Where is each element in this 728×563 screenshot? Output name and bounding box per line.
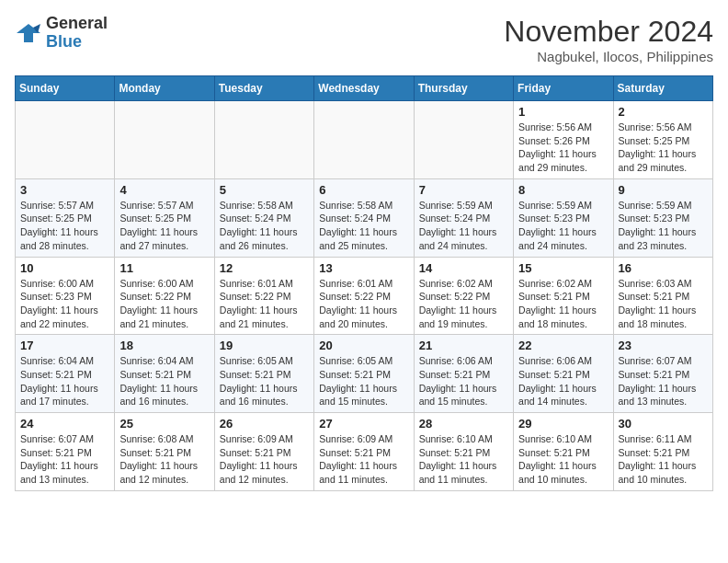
calendar-cell: 17Sunrise: 6:04 AM Sunset: 5:21 PM Dayli…: [16, 335, 115, 413]
day-info: Sunrise: 6:02 AM Sunset: 5:22 PM Dayligh…: [419, 277, 508, 331]
day-number: 18: [119, 339, 209, 352]
calendar-cell: 7Sunrise: 5:59 AM Sunset: 5:24 PM Daylig…: [414, 178, 513, 257]
day-number: 28: [419, 417, 508, 431]
month-title: November 2024: [504, 15, 713, 49]
day-number: 26: [220, 417, 309, 431]
calendar-cell: 26Sunrise: 6:09 AM Sunset: 5:21 PM Dayli…: [214, 413, 313, 491]
calendar-cell: 21Sunrise: 6:06 AM Sunset: 5:21 PM Dayli…: [414, 335, 513, 413]
calendar-cell: 23Sunrise: 6:07 AM Sunset: 5:21 PM Dayli…: [613, 335, 712, 413]
logo-text: General Blue: [46, 15, 108, 52]
weekday-header-monday: Monday: [115, 76, 214, 101]
calendar-cell: 9Sunrise: 5:59 AM Sunset: 5:23 PM Daylig…: [613, 178, 712, 257]
day-number: 9: [619, 183, 708, 197]
day-number: 7: [419, 183, 508, 197]
day-info: Sunrise: 6:00 AM Sunset: 5:22 PM Dayligh…: [119, 277, 209, 331]
day-info: Sunrise: 6:00 AM Sunset: 5:23 PM Dayligh…: [20, 277, 109, 331]
calendar-cell: 22Sunrise: 6:06 AM Sunset: 5:21 PM Dayli…: [514, 335, 613, 413]
day-number: 22: [518, 339, 608, 352]
calendar-cell: 2Sunrise: 5:56 AM Sunset: 5:25 PM Daylig…: [613, 101, 712, 179]
weekday-header-thursday: Thursday: [414, 76, 513, 101]
calendar-cell: 3Sunrise: 5:57 AM Sunset: 5:25 PM Daylig…: [16, 178, 115, 257]
day-number: 14: [419, 261, 508, 275]
day-number: 8: [518, 183, 608, 197]
day-number: 5: [220, 183, 309, 197]
day-info: Sunrise: 6:10 AM Sunset: 5:21 PM Dayligh…: [518, 432, 608, 487]
day-number: 27: [319, 417, 408, 431]
day-info: Sunrise: 6:05 AM Sunset: 5:21 PM Dayligh…: [319, 354, 408, 408]
calendar-cell: 6Sunrise: 5:58 AM Sunset: 5:24 PM Daylig…: [314, 178, 414, 257]
day-number: 24: [20, 417, 109, 431]
calendar-table: SundayMondayTuesdayWednesdayThursdayFrid…: [15, 75, 713, 491]
day-number: 19: [220, 339, 309, 352]
title-section: November 2024 Nagbukel, Ilocos, Philippi…: [504, 15, 713, 64]
logo-general-text: General: [46, 15, 108, 33]
day-number: 16: [619, 261, 708, 275]
calendar-cell: 4Sunrise: 5:57 AM Sunset: 5:25 PM Daylig…: [115, 178, 214, 257]
day-info: Sunrise: 5:56 AM Sunset: 5:25 PM Dayligh…: [619, 121, 708, 175]
day-number: 6: [319, 183, 408, 197]
calendar-cell: [214, 101, 313, 179]
weekday-header-tuesday: Tuesday: [214, 76, 313, 101]
calendar-cell: 10Sunrise: 6:00 AM Sunset: 5:23 PM Dayli…: [16, 257, 115, 335]
day-info: Sunrise: 5:59 AM Sunset: 5:24 PM Dayligh…: [419, 199, 508, 253]
day-number: 1: [518, 105, 608, 119]
day-number: 17: [20, 339, 109, 352]
calendar-cell: 15Sunrise: 6:02 AM Sunset: 5:21 PM Dayli…: [514, 257, 613, 335]
day-info: Sunrise: 5:56 AM Sunset: 5:26 PM Dayligh…: [518, 121, 608, 175]
weekday-header-friday: Friday: [514, 76, 613, 101]
day-number: 11: [119, 261, 209, 275]
calendar-cell: 12Sunrise: 6:01 AM Sunset: 5:22 PM Dayli…: [214, 257, 313, 335]
calendar-cell: 18Sunrise: 6:04 AM Sunset: 5:21 PM Dayli…: [115, 335, 214, 413]
day-info: Sunrise: 6:09 AM Sunset: 5:21 PM Dayligh…: [220, 432, 309, 487]
day-number: 30: [619, 417, 708, 431]
calendar-week-row: 17Sunrise: 6:04 AM Sunset: 5:21 PM Dayli…: [16, 335, 713, 413]
day-info: Sunrise: 6:11 AM Sunset: 5:21 PM Dayligh…: [619, 432, 708, 487]
day-info: Sunrise: 6:06 AM Sunset: 5:21 PM Dayligh…: [518, 354, 608, 408]
calendar-cell: 1Sunrise: 5:56 AM Sunset: 5:26 PM Daylig…: [514, 101, 613, 179]
logo-bird-icon: [15, 20, 42, 46]
day-number: 29: [518, 417, 608, 431]
calendar-cell: 13Sunrise: 6:01 AM Sunset: 5:22 PM Dayli…: [314, 257, 414, 335]
calendar-week-row: 1Sunrise: 5:56 AM Sunset: 5:26 PM Daylig…: [16, 101, 713, 179]
day-info: Sunrise: 6:09 AM Sunset: 5:21 PM Dayligh…: [319, 432, 408, 487]
calendar-cell: 27Sunrise: 6:09 AM Sunset: 5:21 PM Dayli…: [314, 413, 414, 491]
day-number: 23: [619, 339, 708, 352]
calendar-cell: 19Sunrise: 6:05 AM Sunset: 5:21 PM Dayli…: [214, 335, 313, 413]
day-info: Sunrise: 6:05 AM Sunset: 5:21 PM Dayligh…: [220, 354, 309, 408]
day-info: Sunrise: 6:03 AM Sunset: 5:21 PM Dayligh…: [619, 277, 708, 331]
calendar-cell: [115, 101, 214, 179]
calendar-cell: 25Sunrise: 6:08 AM Sunset: 5:21 PM Dayli…: [115, 413, 214, 491]
calendar-cell: [16, 101, 115, 179]
day-number: 10: [20, 261, 109, 275]
day-number: 12: [220, 261, 309, 275]
day-info: Sunrise: 5:58 AM Sunset: 5:24 PM Dayligh…: [220, 199, 309, 253]
day-number: 13: [319, 261, 408, 275]
logo: General Blue: [15, 15, 108, 52]
location-text: Nagbukel, Ilocos, Philippines: [504, 49, 713, 64]
day-info: Sunrise: 5:57 AM Sunset: 5:25 PM Dayligh…: [20, 199, 109, 253]
weekday-header-wednesday: Wednesday: [314, 76, 414, 101]
day-info: Sunrise: 6:10 AM Sunset: 5:21 PM Dayligh…: [419, 432, 508, 487]
page-header: General Blue November 2024 Nagbukel, Ilo…: [15, 15, 713, 64]
calendar-cell: 24Sunrise: 6:07 AM Sunset: 5:21 PM Dayli…: [16, 413, 115, 491]
day-info: Sunrise: 5:59 AM Sunset: 5:23 PM Dayligh…: [518, 199, 608, 253]
day-info: Sunrise: 6:04 AM Sunset: 5:21 PM Dayligh…: [119, 354, 209, 408]
day-info: Sunrise: 6:08 AM Sunset: 5:21 PM Dayligh…: [119, 432, 209, 487]
day-number: 20: [319, 339, 408, 352]
logo-blue-text: Blue: [46, 33, 108, 52]
calendar-cell: 28Sunrise: 6:10 AM Sunset: 5:21 PM Dayli…: [414, 413, 513, 491]
day-number: 4: [119, 183, 209, 197]
day-number: 2: [619, 105, 708, 119]
day-number: 25: [119, 417, 209, 431]
day-number: 15: [518, 261, 608, 275]
day-info: Sunrise: 6:07 AM Sunset: 5:21 PM Dayligh…: [20, 432, 109, 487]
day-info: Sunrise: 5:58 AM Sunset: 5:24 PM Dayligh…: [319, 199, 408, 253]
day-info: Sunrise: 6:07 AM Sunset: 5:21 PM Dayligh…: [619, 354, 708, 408]
weekday-header-row: SundayMondayTuesdayWednesdayThursdayFrid…: [16, 76, 713, 101]
calendar-cell: 14Sunrise: 6:02 AM Sunset: 5:22 PM Dayli…: [414, 257, 513, 335]
day-info: Sunrise: 6:01 AM Sunset: 5:22 PM Dayligh…: [220, 277, 309, 331]
calendar-cell: 8Sunrise: 5:59 AM Sunset: 5:23 PM Daylig…: [514, 178, 613, 257]
calendar-cell: [414, 101, 513, 179]
weekday-header-sunday: Sunday: [16, 76, 115, 101]
calendar-cell: 16Sunrise: 6:03 AM Sunset: 5:21 PM Dayli…: [613, 257, 712, 335]
